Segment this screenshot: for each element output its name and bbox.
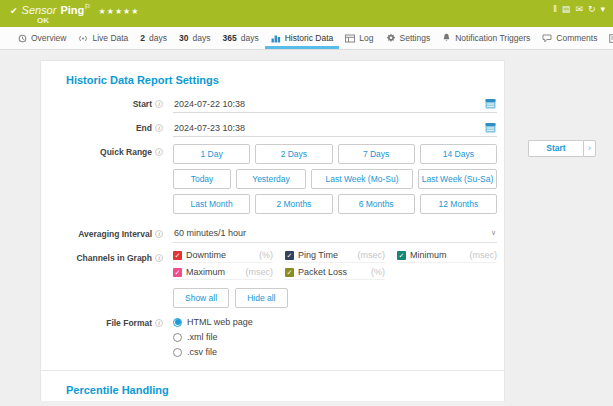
log-icon xyxy=(345,34,355,43)
start-label: Start xyxy=(133,99,152,109)
calendar-icon[interactable] xyxy=(485,122,496,133)
radio-icon[interactable] xyxy=(173,333,182,342)
start-row: Start 2024-07-22 10:38 xyxy=(41,96,504,113)
info-icon[interactable] xyxy=(155,124,163,132)
tab-365-days[interactable]: 365 days xyxy=(217,27,265,49)
quick-range-12-months-button[interactable]: 12 Months xyxy=(420,194,497,214)
tab-number: 365 xyxy=(223,33,237,43)
tab-label: days xyxy=(149,33,167,43)
channel-downtime[interactable]: Downtime (%) xyxy=(173,250,273,263)
tab-label: days xyxy=(193,33,211,43)
end-label: End xyxy=(136,123,152,133)
quick-range-1-day-button[interactable]: 1 Day xyxy=(173,144,250,164)
start-report-button[interactable]: Start xyxy=(528,140,583,157)
averaging-interval-label: Averaging Interval xyxy=(78,229,152,239)
channel-checkbox[interactable] xyxy=(285,251,294,260)
start-options-chevron[interactable]: › xyxy=(583,140,596,157)
sensor-name-text: Ping xyxy=(60,4,84,16)
end-datetime-value: 2024-07-23 10:38 xyxy=(174,123,245,133)
end-row: End 2024-07-23 10:38 xyxy=(41,120,504,137)
quick-range-yesterday-button[interactable]: Yesterday xyxy=(236,169,306,189)
channel-ping-time[interactable]: Ping Time (msec) xyxy=(285,250,385,263)
bar-chart-icon xyxy=(271,34,281,43)
tab-30-days[interactable]: 30 days xyxy=(173,27,216,49)
channel-checkbox[interactable] xyxy=(285,268,294,277)
quick-range-6-months-button[interactable]: 6 Months xyxy=(338,194,415,214)
channel-name: Downtime xyxy=(186,250,255,260)
channels-in-graph-row: Channels in Graph Downtime (%) Ping Time… xyxy=(41,250,504,308)
quick-range-last-week-su-sa-button[interactable]: Last Week (Su-Sa) xyxy=(418,169,497,189)
show-all-button[interactable]: Show all xyxy=(173,288,229,308)
file-format-xml-option[interactable]: .xml file xyxy=(173,332,497,342)
info-icon[interactable] xyxy=(155,254,163,262)
quick-range-2-days-button[interactable]: 2 Days xyxy=(255,144,332,164)
gear-icon xyxy=(386,33,396,43)
hide-all-button[interactable]: Hide all xyxy=(235,288,287,308)
section-title-report-settings: Historic Data Report Settings xyxy=(66,74,504,86)
tab-label: Comments xyxy=(556,33,597,43)
email-icon[interactable]: ✉ xyxy=(575,4,583,14)
channel-packet-loss[interactable]: Packet Loss (%) xyxy=(285,267,385,280)
bell-icon xyxy=(442,33,451,43)
tab-number: 2 xyxy=(140,33,145,43)
tab-notification-triggers[interactable]: Notification Triggers xyxy=(436,27,536,49)
pause-icon[interactable]: ‖ xyxy=(553,4,557,14)
chevron-down-icon: ∨ xyxy=(491,229,496,237)
channel-unit: (%) xyxy=(259,250,273,260)
quick-range-14-days-button[interactable]: 14 Days xyxy=(420,144,497,164)
object-kind: Sensor xyxy=(22,4,57,16)
live-data-icon xyxy=(78,34,88,43)
quick-range-7-days-button[interactable]: 7 Days xyxy=(338,144,415,164)
calendar-icon[interactable] xyxy=(485,98,496,109)
quick-range-row: Quick Range 1 Day 2 Days 7 Days 14 Days … xyxy=(41,144,504,219)
refresh-icon[interactable]: ↻ xyxy=(588,4,596,14)
channel-maximum[interactable]: Maximum (msec) xyxy=(173,267,273,280)
priority-flag-icon: ⚐ xyxy=(84,3,90,10)
tab-bar: Overview Live Data 2 days 30 days 365 da… xyxy=(0,27,613,50)
tab-2-days[interactable]: 2 days xyxy=(134,27,173,49)
tab-label: Overview xyxy=(31,33,66,43)
info-icon[interactable] xyxy=(155,148,163,156)
channel-checkbox[interactable] xyxy=(173,268,182,277)
channel-minimum[interactable]: Minimum (msec) xyxy=(397,250,497,263)
tab-log[interactable]: Log xyxy=(339,27,379,49)
channel-checkbox[interactable] xyxy=(397,251,406,260)
file-format-options: HTML web page .xml file .csv file xyxy=(173,315,497,357)
info-icon[interactable] xyxy=(155,230,163,238)
tab-number: 30 xyxy=(179,33,188,43)
priority-stars[interactable]: ★★★★★ xyxy=(99,7,140,16)
channels-area: Downtime (%) Ping Time (msec) Minimum (m… xyxy=(173,250,497,308)
historic-data-settings-card: Historic Data Report Settings Start 2024… xyxy=(40,60,505,401)
channel-checkbox[interactable] xyxy=(173,251,182,260)
tab-history[interactable]: History xyxy=(603,27,613,49)
file-format-csv-option[interactable]: .csv file xyxy=(173,347,497,357)
radio-label: HTML web page xyxy=(187,317,253,327)
channel-name: Maximum xyxy=(186,267,242,277)
tab-overview[interactable]: Overview xyxy=(12,27,72,49)
averaging-interval-value: 60 minutes/1 hour xyxy=(174,228,246,238)
quick-range-today-button[interactable]: Today xyxy=(173,169,231,189)
tab-historic-data[interactable]: Historic Data xyxy=(265,27,340,49)
caret-down-icon[interactable]: ▾ xyxy=(600,4,605,14)
quick-range-2-months-button[interactable]: 2 Months xyxy=(255,194,332,214)
report-icon[interactable]: ▤ xyxy=(562,4,571,14)
tab-label: days xyxy=(241,33,259,43)
quick-range-last-week-mo-su-button[interactable]: Last Week (Mo-Su) xyxy=(311,169,413,189)
radio-icon[interactable] xyxy=(173,348,182,357)
channel-name: Packet Loss xyxy=(298,267,367,277)
info-icon[interactable] xyxy=(155,100,163,108)
tab-settings[interactable]: Settings xyxy=(380,27,437,49)
sensor-header: ✔ Sensor Ping⚐ ★★★★★ OK ‖ ▤ ✉ ↻ ▾ xyxy=(0,0,613,27)
start-datetime-input[interactable]: 2024-07-22 10:38 xyxy=(173,96,497,113)
info-icon[interactable] xyxy=(155,319,163,327)
radio-icon[interactable] xyxy=(173,318,182,327)
averaging-interval-row: Averaging Interval 60 minutes/1 hour ∨ xyxy=(41,226,504,243)
comment-icon xyxy=(542,34,552,43)
tab-comments[interactable]: Comments xyxy=(536,27,603,49)
quick-range-last-month-button[interactable]: Last Month xyxy=(173,194,250,214)
file-format-html-option[interactable]: HTML web page xyxy=(173,317,497,327)
tab-live-data[interactable]: Live Data xyxy=(72,27,134,49)
channel-name: Minimum xyxy=(410,250,466,260)
averaging-interval-select[interactable]: 60 minutes/1 hour ∨ xyxy=(173,226,497,243)
end-datetime-input[interactable]: 2024-07-23 10:38 xyxy=(173,120,497,137)
